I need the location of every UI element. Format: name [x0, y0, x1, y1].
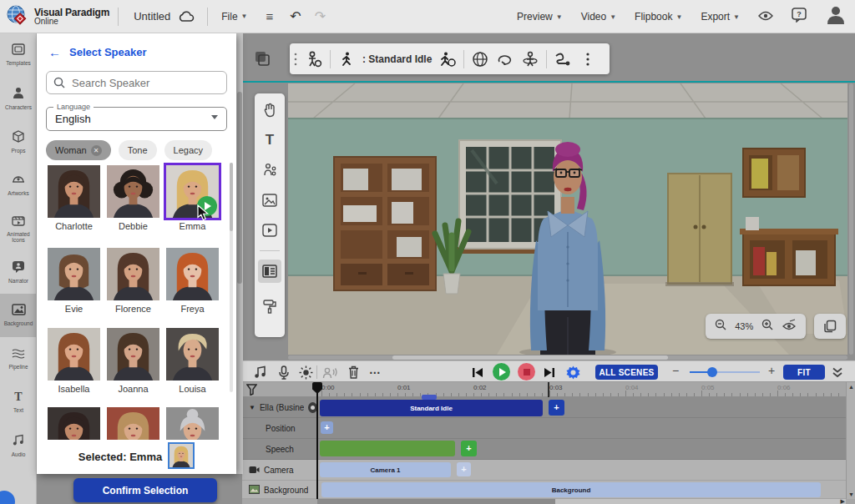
- speaker-avatar[interactable]: [166, 248, 219, 300]
- speaker-avatar[interactable]: [48, 407, 100, 440]
- fit-button[interactable]: FIT: [783, 365, 825, 380]
- timeline-ruler[interactable]: 0:000:010:020:030:040:050:06: [242, 382, 855, 397]
- speaker-avatar[interactable]: [166, 165, 219, 218]
- filter-chip-tone[interactable]: Tone: [119, 140, 157, 160]
- globe-icon[interactable]: [468, 47, 493, 72]
- rotate-character-icon[interactable]: [518, 47, 543, 72]
- sidebar-item-audio[interactable]: Audio: [0, 424, 37, 467]
- text-tool-icon[interactable]: T: [258, 129, 281, 152]
- timeline-zoom-out[interactable]: −: [672, 364, 679, 377]
- motion-path-icon[interactable]: [550, 47, 575, 72]
- background-tool-icon[interactable]: [258, 260, 281, 283]
- timeline-settings-gear-icon[interactable]: [564, 364, 582, 381]
- sidebar-item-characters[interactable]: Characters: [0, 77, 37, 120]
- character-tool-icon[interactable]: [258, 159, 281, 182]
- speaker-avatar[interactable]: [166, 328, 219, 381]
- layers-icon[interactable]: [249, 45, 276, 72]
- speaker-card-freya[interactable]: Freya: [166, 248, 219, 314]
- add-animation-button[interactable]: +: [549, 400, 564, 416]
- trash-icon[interactable]: [344, 364, 362, 381]
- play-button[interactable]: [493, 363, 510, 381]
- track-label-speech[interactable]: Speech: [242, 439, 317, 460]
- speaker-card-partial-11[interactable]: [166, 407, 219, 440]
- remove-filter-icon[interactable]: ✕: [91, 145, 102, 156]
- help-icon[interactable]: ?: [792, 8, 807, 26]
- music-icon[interactable]: [251, 364, 270, 381]
- sidebar-item-templates[interactable]: Templates: [0, 33, 37, 77]
- scroll-right-icon[interactable]: ▶: [841, 498, 845, 504]
- canvas-area[interactable]: : Standard Idle: [242, 33, 855, 360]
- speaker-card-debbie[interactable]: Debbie: [107, 165, 159, 231]
- track-label-ella-busine-[interactable]: ▼Ella (Busine...: [242, 397, 317, 418]
- zoom-out-icon[interactable]: [715, 319, 727, 335]
- add-position-button[interactable]: +: [321, 421, 333, 434]
- timeline-vertical-scrollbar[interactable]: ▲ ▼: [846, 382, 855, 499]
- speaker-avatar[interactable]: [107, 328, 159, 381]
- speaker-card-florence[interactable]: Florence: [107, 248, 159, 314]
- zoom-level[interactable]: 43%: [735, 321, 753, 331]
- playhead[interactable]: [316, 382, 318, 499]
- panel-scrollbar[interactable]: [236, 33, 243, 474]
- speaker-card-louisa[interactable]: Louisa: [166, 328, 219, 394]
- export-menu[interactable]: Export▼: [701, 11, 740, 23]
- rotate-icon[interactable]: [493, 47, 518, 72]
- hand-tool-icon[interactable]: [258, 98, 281, 122]
- clip-background[interactable]: Background: [321, 482, 821, 497]
- speaker-avatar[interactable]: [107, 407, 159, 440]
- speaker-card-isabella[interactable]: Isabella: [48, 328, 100, 394]
- clip-standard-idle[interactable]: Standard Idle: [320, 400, 543, 416]
- sidebar-item-animated-icons[interactable]: Animated Icons: [0, 207, 37, 250]
- floating-help-button[interactable]: [0, 491, 15, 504]
- skip-to-end-icon[interactable]: [540, 364, 559, 381]
- clip-camera-1[interactable]: Camera 1: [320, 462, 451, 477]
- brightness-icon[interactable]: [296, 364, 315, 381]
- speaker-card-joanna[interactable]: Joanna: [107, 328, 159, 394]
- skip-to-start-icon[interactable]: [468, 364, 487, 381]
- file-menu[interactable]: File▼: [221, 11, 247, 23]
- language-select[interactable]: Language English: [46, 107, 227, 131]
- video-menu[interactable]: Video▼: [581, 11, 616, 23]
- speaker-avatar[interactable]: [107, 248, 159, 300]
- speaker-avatar[interactable]: [48, 165, 100, 218]
- add-speech-button[interactable]: +: [461, 441, 477, 456]
- paint-roller-icon[interactable]: [258, 295, 281, 318]
- sidebar-item-artworks[interactable]: Artworks: [0, 164, 37, 207]
- idle-animation-icon[interactable]: [334, 47, 359, 72]
- drag-handle-icon[interactable]: [290, 47, 301, 72]
- search-input[interactable]: [72, 77, 205, 89]
- preview-menu[interactable]: Preview▼: [517, 11, 563, 23]
- sidebar-item-props[interactable]: Props: [0, 120, 37, 164]
- speaker-avatar[interactable]: [107, 165, 159, 218]
- speaker-avatar[interactable]: [48, 248, 100, 300]
- voice-preview-play-icon[interactable]: [197, 196, 217, 216]
- scroll-down-icon[interactable]: ▼: [847, 491, 855, 497]
- scroll-up-icon[interactable]: ▲: [847, 384, 855, 390]
- canvas-horizontal-scrollbar[interactable]: [288, 355, 847, 360]
- collapse-track-icon[interactable]: ▼: [249, 404, 255, 411]
- more-actions-icon[interactable]: ⋯: [366, 364, 384, 381]
- clip-handle[interactable]: [422, 395, 437, 400]
- filter-chip-legacy[interactable]: Legacy: [164, 140, 212, 160]
- speaker-card-emma[interactable]: Emma: [166, 165, 219, 231]
- flipbook-menu[interactable]: Flipbook▼: [635, 11, 682, 23]
- more-options-icon[interactable]: [575, 47, 600, 72]
- main-menu-icon[interactable]: ≡: [266, 9, 274, 23]
- confirm-selection-button[interactable]: Confirm Selection: [73, 478, 217, 502]
- timeline-zoom-in[interactable]: +: [768, 364, 775, 377]
- timeline-zoom-slider-thumb[interactable]: [707, 367, 717, 377]
- collapse-timeline-icon[interactable]: [828, 364, 847, 381]
- document-title[interactable]: Untitled: [134, 10, 170, 23]
- grid-scrollbar[interactable]: [230, 163, 233, 392]
- sidebar-item-text[interactable]: T Text: [0, 381, 37, 424]
- speaker-voice-icon[interactable]: [321, 364, 339, 381]
- sidebar-item-narrator[interactable]: Narrator: [0, 250, 37, 294]
- preview-eye-icon[interactable]: [782, 319, 797, 334]
- all-scenes-button[interactable]: ALL SCENES: [595, 365, 658, 380]
- microphone-icon[interactable]: [275, 364, 293, 381]
- change-animation-icon[interactable]: [435, 47, 460, 72]
- duplicate-scene-button[interactable]: [814, 314, 846, 339]
- stop-button[interactable]: [518, 363, 535, 381]
- character-pose-icon[interactable]: [301, 47, 326, 72]
- sidebar-item-background[interactable]: Background: [0, 294, 37, 337]
- zoom-in-icon[interactable]: [761, 319, 774, 335]
